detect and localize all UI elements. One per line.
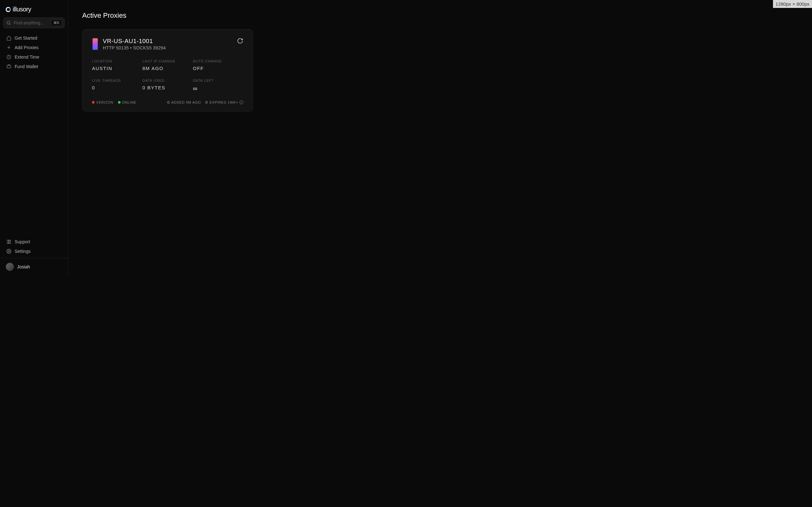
phone-icon (92, 38, 98, 50)
avatar (6, 263, 14, 271)
sidebar-item-label: Settings (14, 249, 31, 254)
stat-location: LOCATION AUSTIN (92, 59, 142, 71)
dot-icon (92, 101, 95, 104)
sidebar-item-extend-time[interactable]: Extend Time (3, 52, 65, 62)
dot-icon (167, 101, 170, 104)
sidebar-item-label: Get Started (14, 36, 38, 41)
sidebar-item-support[interactable]: Support (3, 237, 65, 246)
stat-value: 0 BYTES (142, 85, 193, 90)
svg-point-0 (7, 21, 10, 24)
clock-icon (6, 55, 11, 60)
sidebar-item-get-started[interactable]: Get Started (3, 33, 65, 43)
refresh-button[interactable] (237, 38, 243, 44)
plus-icon (6, 45, 11, 50)
stat-label: AUTO CHANGE (193, 59, 243, 63)
logo-icon (6, 7, 11, 12)
stat-label: LOCATION (92, 59, 142, 63)
search-input-container[interactable]: ⌘K (3, 17, 65, 28)
stat-label: LAST IP CHANGE (142, 59, 193, 63)
user-menu[interactable]: Josiah (0, 258, 68, 275)
sidebar-item-label: Support (14, 239, 30, 244)
user-name: Josiah (17, 264, 30, 269)
dot-icon (205, 101, 208, 104)
sidebar-item-add-proxies[interactable]: Add Proxies (3, 43, 65, 52)
stat-value: OFF (193, 66, 243, 71)
added-label: ADDED 8M AGO (171, 101, 201, 104)
stat-value: 8M AGO (142, 66, 193, 71)
gear-icon (6, 249, 11, 254)
stat-value: AUSTIN (92, 66, 142, 71)
stat-value: ∞ (193, 85, 243, 92)
proxy-card[interactable]: VR-US-AU1-1001 HTTP 50135 • SOCKS5 39294… (82, 29, 253, 112)
stat-live-threads: LIVE THREADS 0 (92, 78, 142, 92)
search-input[interactable] (14, 20, 49, 25)
dot-icon (118, 101, 120, 104)
brand-name: illusory (13, 6, 31, 13)
expires-badge: EXPIRES 1WK+ i (205, 101, 243, 104)
stat-last-ip-change: LAST IP CHANGE 8M AGO (142, 59, 193, 71)
stat-label: DATA USED (142, 78, 193, 82)
svg-line-1 (9, 24, 10, 25)
home-icon (6, 36, 11, 41)
stat-value: 0 (92, 85, 142, 90)
svg-rect-5 (7, 66, 11, 68)
stat-data-left: DATA LEFT ∞ (193, 78, 243, 92)
proxy-name: VR-US-AU1-1001 (103, 38, 166, 45)
added-badge: ADDED 8M AGO (167, 101, 201, 104)
svg-point-6 (8, 250, 9, 252)
expires-label: EXPIRES 1WK+ (209, 101, 238, 104)
sidebar-item-label: Extend Time (14, 55, 39, 60)
sidebar-item-label: Fund Wallet (14, 64, 38, 69)
carrier-badge: VERIZON (92, 101, 113, 104)
page-title: Active Proxies (82, 11, 426, 20)
sidebar-item-label: Add Proxies (14, 45, 38, 50)
brand-logo[interactable]: illusory (0, 4, 68, 17)
stat-label: LIVE THREADS (92, 78, 142, 82)
info-icon[interactable]: i (240, 101, 243, 104)
search-icon (6, 20, 11, 25)
stat-data-used: DATA USED 0 BYTES (142, 78, 193, 92)
stat-label: DATA LEFT (193, 78, 243, 82)
status-badge: ONLINE (118, 101, 137, 104)
status-label: ONLINE (122, 101, 137, 104)
search-shortcut: ⌘K (51, 20, 62, 26)
sidebar-item-fund-wallet[interactable]: Fund Wallet (3, 62, 65, 71)
proxy-subtitle: HTTP 50135 • SOCKS5 39294 (103, 45, 166, 50)
carrier-label: VERIZON (96, 101, 113, 104)
sidebar-item-settings[interactable]: Settings (3, 246, 65, 256)
wallet-icon (6, 64, 11, 69)
book-icon (6, 239, 11, 244)
stat-auto-change: AUTO CHANGE OFF (193, 59, 243, 71)
